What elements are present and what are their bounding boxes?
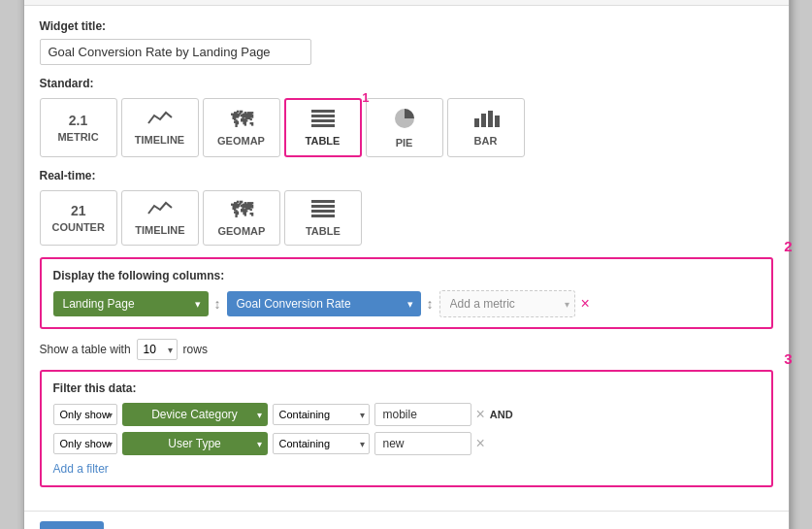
save-button[interactable]: Save <box>40 521 104 529</box>
only-show-1-select[interactable]: Only show <box>53 404 117 425</box>
rt-geomap-icon: 🗺 <box>231 200 252 221</box>
dimension-2-wrapper: User Type <box>122 432 268 455</box>
add-widget-dialog: Add a Widget × Widget title: Standard: 2… <box>23 0 790 529</box>
metric-select-wrapper: Goal Conversion Rate <box>227 291 421 316</box>
type-rt-counter[interactable]: 21 COUNTER <box>40 190 117 246</box>
pie-icon <box>393 107 416 133</box>
type-metric-label: METRIC <box>57 131 98 143</box>
remove-filter-2-button[interactable]: × <box>476 436 485 451</box>
dimension-1-wrapper: Device Category <box>122 403 268 426</box>
type-metric[interactable]: 2.1 METRIC <box>40 98 117 157</box>
table-rows-prefix: Show a table with <box>40 343 131 356</box>
svg-rect-11 <box>311 210 335 213</box>
realtime-types: 21 COUNTER TIMELINE 🗺 GEOMAP TABLE <box>40 190 773 246</box>
columns-label: Display the following columns: <box>53 269 760 282</box>
dimension-select-wrapper: Landing Page <box>53 291 209 316</box>
badge-3: 3 <box>784 350 792 367</box>
widget-title-label: Widget title: <box>40 19 773 33</box>
dialog-footer: Save Cancel Clone widget <box>24 511 789 529</box>
svg-rect-9 <box>311 200 335 203</box>
svg-rect-0 <box>311 110 335 113</box>
geomap-icon: 🗺 <box>231 110 252 131</box>
footer-left: Save Cancel <box>40 521 153 529</box>
table-icon <box>310 109 336 131</box>
rt-table-icon <box>310 199 336 221</box>
badge-2: 2 <box>784 238 792 254</box>
svg-rect-6 <box>481 114 486 127</box>
add-metric-wrapper: Add a metric <box>439 290 575 317</box>
type-geomap[interactable]: 🗺 GEOMAP <box>203 98 280 157</box>
rt-timeline-icon <box>146 200 174 220</box>
only-show-2-select[interactable]: Only show <box>53 433 117 454</box>
condition-1-select[interactable]: Containing <box>273 404 370 425</box>
svg-rect-7 <box>488 111 493 127</box>
svg-rect-1 <box>311 115 335 117</box>
type-rt-table[interactable]: TABLE <box>284 190 362 246</box>
standard-types: 2.1 METRIC TIMELINE 🗺 GEOMAP TABLE <box>40 98 773 157</box>
filter-section: 3 Filter this data: Only show Device Cat… <box>40 370 773 487</box>
table-rows-row: Show a table with 10 rows <box>40 339 773 360</box>
bar-icon <box>472 109 500 131</box>
condition-1-wrapper: Containing <box>273 404 370 425</box>
type-timeline-label: TIMELINE <box>135 134 184 146</box>
and-label: AND <box>490 409 513 420</box>
realtime-label: Real-time: <box>40 169 773 182</box>
columns-section: 2 Display the following columns: Landing… <box>40 257 773 329</box>
standard-label: Standard: <box>40 77 773 90</box>
type-rt-table-label: TABLE <box>306 225 341 237</box>
filter-row-2: Only show User Type Containing × <box>53 432 760 455</box>
remove-filter-1-button[interactable]: × <box>476 407 485 422</box>
type-rt-counter-label: COUNTER <box>52 221 105 233</box>
remove-metric-button[interactable]: × <box>581 296 590 312</box>
svg-rect-2 <box>311 119 335 122</box>
add-metric-select[interactable]: Add a metric <box>439 290 575 317</box>
type-geomap-label: GEOMAP <box>217 135 265 147</box>
type-pie[interactable]: PIE <box>366 98 443 157</box>
metric-icon: 2.1 <box>69 114 87 127</box>
sort-icon[interactable]: ↕ <box>214 296 221 312</box>
filter-value-1[interactable] <box>374 403 471 426</box>
type-rt-timeline[interactable]: TIMELINE <box>121 190 199 246</box>
type-rt-geomap-label: GEOMAP <box>217 225 265 237</box>
dimension-1-select[interactable]: Device Category <box>122 403 268 426</box>
widget-title-input[interactable] <box>40 39 311 65</box>
metric-sort-icon[interactable]: ↕ <box>427 296 434 312</box>
rows-select-wrapper: 10 <box>137 339 178 360</box>
rows-select[interactable]: 10 <box>137 339 178 360</box>
metric-select[interactable]: Goal Conversion Rate <box>227 291 421 316</box>
type-bar-label: BAR <box>474 135 498 147</box>
type-pie-label: PIE <box>396 137 413 149</box>
condition-2-wrapper: Containing <box>273 433 370 454</box>
type-bar[interactable]: BAR <box>447 98 525 157</box>
filter-label: Filter this data: <box>53 381 760 395</box>
badge-1: 1 <box>362 90 369 105</box>
type-rt-geomap[interactable]: 🗺 GEOMAP <box>203 190 280 246</box>
svg-rect-10 <box>311 205 335 208</box>
dialog-body: Widget title: Standard: 2.1 METRIC TIMEL… <box>24 6 789 511</box>
type-rt-timeline-label: TIMELINE <box>135 224 184 236</box>
type-timeline[interactable]: TIMELINE <box>121 98 199 157</box>
svg-rect-3 <box>311 124 335 127</box>
only-show-2-wrapper: Only show <box>53 433 117 454</box>
svg-rect-5 <box>474 118 479 127</box>
only-show-1-wrapper: Only show <box>53 404 117 425</box>
columns-row: Landing Page ↕ Goal Conversion Rate ↕ Ad… <box>53 290 760 317</box>
counter-icon: 21 <box>71 204 86 217</box>
filter-value-2[interactable] <box>374 432 471 455</box>
svg-rect-8 <box>495 116 500 127</box>
condition-2-select[interactable]: Containing <box>273 433 370 454</box>
table-rows-suffix: rows <box>183 343 208 356</box>
type-table-label: TABLE <box>306 135 341 147</box>
timeline-icon <box>146 110 174 130</box>
type-table[interactable]: TABLE 1 <box>284 98 362 157</box>
add-filter-link[interactable]: Add a filter <box>53 462 109 476</box>
dimension-2-select[interactable]: User Type <box>122 432 268 455</box>
dimension-select[interactable]: Landing Page <box>53 291 209 316</box>
filter-row-1: Only show Device Category Containing × A… <box>53 403 760 426</box>
svg-rect-12 <box>311 215 335 217</box>
